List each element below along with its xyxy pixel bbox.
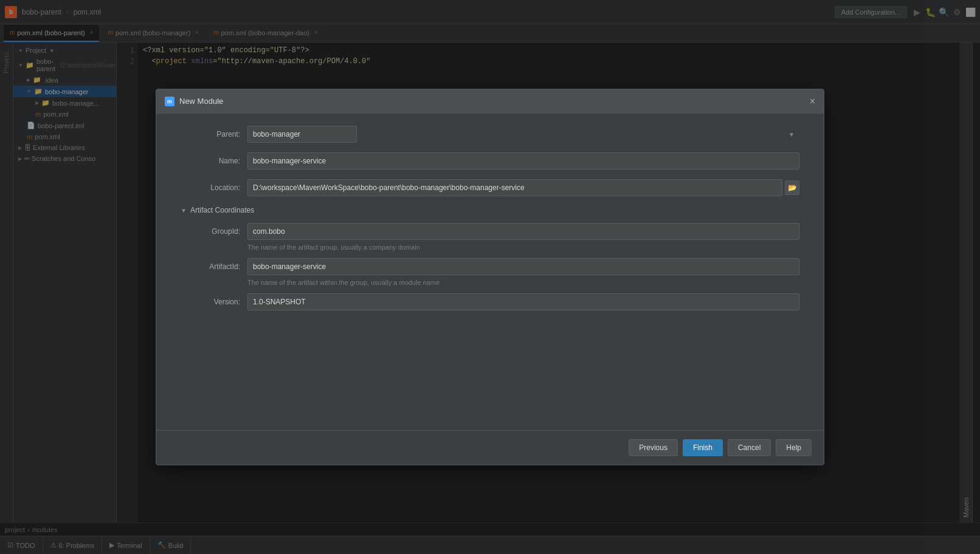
groupid-label: GroupId: — [181, 227, 247, 236]
artifactid-input[interactable] — [247, 258, 799, 275]
groupid-row: GroupId: — [181, 223, 799, 240]
location-field-wrapper: 📂 — [247, 179, 799, 196]
new-module-dialog: m New Module × Parent: bobo-manager ▼ Na… — [156, 89, 824, 465]
cancel-button[interactable]: Cancel — [728, 439, 771, 456]
parent-row: Parent: bobo-manager ▼ — [181, 126, 799, 143]
dialog-overlay: m New Module × Parent: bobo-manager ▼ Na… — [0, 0, 980, 554]
dialog-footer: Previous Finish Cancel Help — [156, 430, 824, 465]
previous-button[interactable]: Previous — [629, 439, 678, 456]
dialog-title-icon: m — [165, 97, 174, 106]
name-row: Name: — [181, 152, 799, 169]
location-input[interactable] — [247, 179, 782, 196]
name-input[interactable] — [247, 152, 799, 169]
artifactid-label: ArtifactId: — [181, 262, 247, 271]
artifactid-row: ArtifactId: — [181, 258, 799, 275]
version-input[interactable] — [247, 293, 799, 310]
artifactid-hint: The name of the artifact within the grou… — [247, 279, 799, 286]
dialog-title: New Module — [179, 97, 223, 106]
select-arrow-icon: ▼ — [788, 131, 795, 138]
parent-select-wrapper: bobo-manager ▼ — [247, 126, 799, 143]
dialog-body: Parent: bobo-manager ▼ Name: Location: — [156, 114, 824, 430]
artifact-section-header[interactable]: ▼ Artifact Coordinates — [181, 206, 799, 214]
dialog-header: m New Module × — [156, 89, 824, 114]
groupid-input[interactable] — [247, 223, 799, 240]
finish-button[interactable]: Finish — [683, 439, 723, 456]
location-label: Location: — [181, 183, 247, 192]
help-button[interactable]: Help — [776, 439, 812, 456]
dialog-close-button[interactable]: × — [810, 97, 815, 106]
version-label: Version: — [181, 298, 247, 306]
location-row: Location: 📂 — [181, 179, 799, 196]
parent-label: Parent: — [181, 130, 247, 138]
name-label: Name: — [181, 157, 247, 165]
parent-select[interactable]: bobo-manager — [247, 126, 357, 143]
artifact-section-title: Artifact Coordinates — [190, 206, 254, 214]
browse-button[interactable]: 📂 — [785, 180, 799, 195]
version-row: Version: — [181, 293, 799, 310]
artifact-toggle-icon: ▼ — [181, 207, 187, 214]
groupid-hint: The name of the artifact group, usually … — [247, 244, 799, 251]
